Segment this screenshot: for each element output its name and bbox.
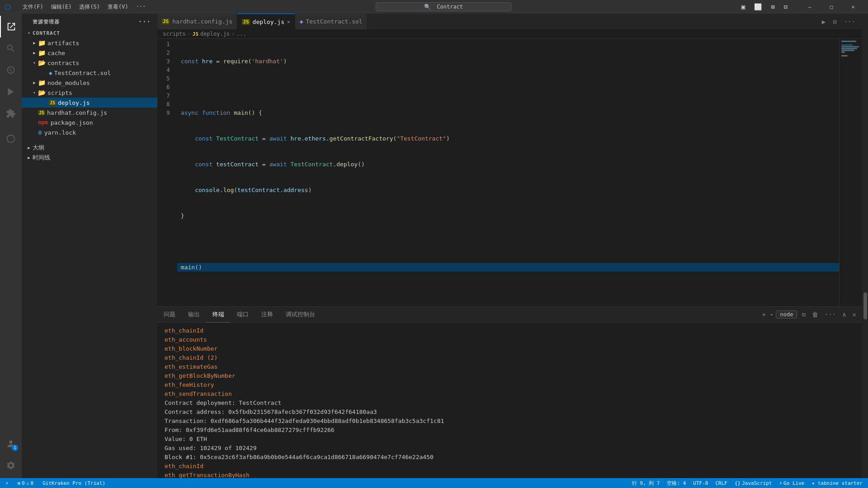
menu-select[interactable]: 选择(S)	[76, 2, 103, 12]
status-errors[interactable]: ⊗ 0 ⚠ 0	[16, 480, 36, 486]
tree-item-package[interactable]: npm package.json	[22, 117, 157, 127]
label-deployjs: deploy.js	[58, 99, 90, 106]
maximize-panel-btn[interactable]: ∧	[840, 310, 848, 319]
tree-item-outline[interactable]: ▶ 大纲	[22, 143, 157, 153]
vscode-logo: ⬡	[5, 3, 11, 11]
sidebar: 资源管理器 ··· ▾ CONTRACT ▶ 📁 artifacts ▶ 📁 c…	[22, 14, 157, 478]
split-terminal-btn[interactable]: ⊟	[800, 310, 807, 319]
scroll-thumb[interactable]	[863, 292, 867, 319]
terminal-line-14: Gas used: 102429 of 102429	[165, 444, 854, 453]
panel-tab-output[interactable]: 输出	[182, 307, 206, 323]
terminal-line-5: eth_estimateGas	[165, 362, 854, 371]
close-button[interactable]: ✕	[843, 0, 863, 14]
arrow-contracts: ▾	[31, 61, 38, 65]
activity-settings[interactable]	[0, 455, 22, 476]
tree-item-testcontract[interactable]: ◆ TestContract.sol	[22, 68, 157, 78]
panel-tab-ports[interactable]: 端口	[231, 307, 255, 323]
close-panel-btn[interactable]: ✕	[851, 310, 858, 319]
tab-deploy[interactable]: JS deploy.js ✕	[237, 14, 295, 29]
activity-source-control[interactable]	[0, 59, 22, 81]
panel: 问题 输出 终端 端口 注释 调试控制台 + ▾ node ⊟ 🗑 ··· ∧ …	[157, 306, 862, 478]
status-eol[interactable]: CRLF	[713, 480, 729, 487]
activity-search[interactable]	[0, 38, 22, 59]
more-actions-button[interactable]: ···	[841, 17, 858, 26]
minimap	[839, 39, 862, 306]
tab-hardhat-config[interactable]: JS hardhat.config.js	[157, 14, 237, 29]
status-position[interactable]: 行 9, 列 7	[630, 480, 662, 487]
maximize-button[interactable]: □	[821, 0, 842, 14]
activity-run[interactable]	[0, 81, 22, 103]
language-label: JavaScript	[742, 480, 772, 486]
panel-tab-problems[interactable]: 问题	[157, 307, 182, 323]
npm-icon-package: npm	[38, 119, 48, 126]
layout-btn-2[interactable]: ⬜	[751, 2, 764, 11]
folder-icon-nodemodules: 📁	[38, 79, 46, 86]
layout-btn-3[interactable]: ⊞	[768, 2, 777, 11]
menu-file[interactable]: 文件(F)	[20, 2, 46, 12]
panel-more-btn[interactable]: ···	[823, 310, 838, 319]
tab-close-deploy[interactable]: ✕	[287, 19, 290, 25]
tab-testcontract[interactable]: ◆ TestContract.sol	[295, 14, 368, 29]
panel-tab-comments[interactable]: 注释	[255, 307, 279, 323]
activity-explorer[interactable]	[0, 16, 22, 38]
code-content[interactable]: const hre = require('hardhat') async fun…	[177, 39, 839, 306]
status-git[interactable]: ⚡	[4, 480, 10, 486]
tree-item-artifacts[interactable]: ▶ 📁 artifacts	[22, 38, 157, 48]
tree-item-contracts[interactable]: ▾ 📂 contracts	[22, 58, 157, 68]
tab-label-deploy: deploy.js	[253, 19, 284, 25]
split-editor-button[interactable]: ⊟	[830, 17, 839, 26]
terminal-content[interactable]: eth_chainId eth_accounts eth_blockNumber…	[157, 323, 862, 478]
label-yarn: yarn.lock	[44, 129, 76, 136]
breadcrumb-more[interactable]: ...	[236, 31, 246, 37]
menu-bar: 文件(F) 编辑(E) 选择(S) 查看(V) ···	[20, 2, 148, 12]
code-editor[interactable]: 1 2 3 4 5 6 7 8 9 const hre = require('h…	[157, 39, 862, 306]
status-encoding[interactable]: UTF-8	[691, 480, 710, 487]
tree-item-deployjs[interactable]: JS deploy.js	[22, 98, 157, 108]
folder-icon-scripts: 📂	[38, 89, 46, 96]
label-artifacts: artifacts	[47, 40, 79, 47]
sidebar-header-actions: ···	[137, 17, 152, 26]
code-line-3: async function main() {	[177, 108, 839, 117]
status-language[interactable]: {} JavaScript	[733, 480, 774, 487]
activity-extensions[interactable]	[0, 103, 22, 124]
status-golive[interactable]: ⚡ Go Live	[777, 480, 806, 487]
status-tabnine[interactable]: ✦ tabnine starter	[810, 480, 864, 487]
sidebar-title: 资源管理器	[33, 19, 60, 25]
clear-terminal-btn[interactable]: 🗑	[810, 310, 820, 319]
window-controls: — □ ✕	[799, 0, 863, 14]
sidebar-more-btn[interactable]: ···	[137, 17, 152, 26]
tree-item-yarn[interactable]: ❄ yarn.lock	[22, 127, 157, 137]
menu-more[interactable]: ···	[133, 2, 149, 12]
arrow-nodemodules: ▶	[31, 80, 38, 85]
breadcrumb-file[interactable]: deploy.js	[200, 31, 230, 37]
label-hardhat: hardhat.config.js	[47, 109, 107, 116]
layout-btn-1[interactable]: ▣	[739, 2, 748, 11]
activity-source-git[interactable]	[0, 128, 22, 150]
tree-item-scripts[interactable]: ▾ 📂 scripts	[22, 88, 157, 98]
new-terminal-dropdown[interactable]: ▾	[770, 312, 774, 318]
label-cache: cache	[47, 50, 65, 56]
minimize-button[interactable]: —	[799, 0, 820, 14]
tree-item-timeline[interactable]: ▶ 时间线	[22, 153, 157, 163]
tree-item-contract[interactable]: ▾ CONTRACT	[22, 28, 157, 38]
activity-accounts[interactable]: 1	[0, 433, 22, 455]
tree-item-cache[interactable]: ▶ 📁 cache	[22, 48, 157, 58]
tree-item-nodemodules[interactable]: ▶ 📁 node_modules	[22, 78, 157, 88]
terminal-line-2: eth_accounts	[165, 335, 854, 344]
menu-edit[interactable]: 编辑(E)	[48, 2, 75, 12]
panel-tab-debug[interactable]: 调试控制台	[279, 307, 321, 323]
panel-tab-terminal[interactable]: 终端	[206, 307, 231, 323]
layout-btn-4[interactable]: ⊟	[781, 2, 790, 11]
run-button[interactable]: ▶	[819, 17, 828, 26]
breadcrumb-scripts[interactable]: scripts	[163, 31, 186, 37]
search-box[interactable]: 🔍 Contract	[376, 2, 511, 11]
sidebar-header: 资源管理器 ···	[22, 14, 157, 28]
tree-item-hardhat[interactable]: JS hardhat.config.js	[22, 108, 157, 117]
menu-view[interactable]: 查看(V)	[105, 2, 131, 12]
arrow-contract: ▾	[25, 31, 33, 35]
status-spaces[interactable]: 空格: 4	[665, 480, 688, 487]
new-terminal-btn[interactable]: +	[760, 310, 767, 319]
arrow-cache: ▶	[31, 51, 38, 55]
title-bar: ⬡ 文件(F) 编辑(E) 选择(S) 查看(V) ··· 🔍 Contract…	[0, 0, 868, 14]
status-gitkraken[interactable]: GitKraken Pro (Trial)	[41, 480, 107, 486]
